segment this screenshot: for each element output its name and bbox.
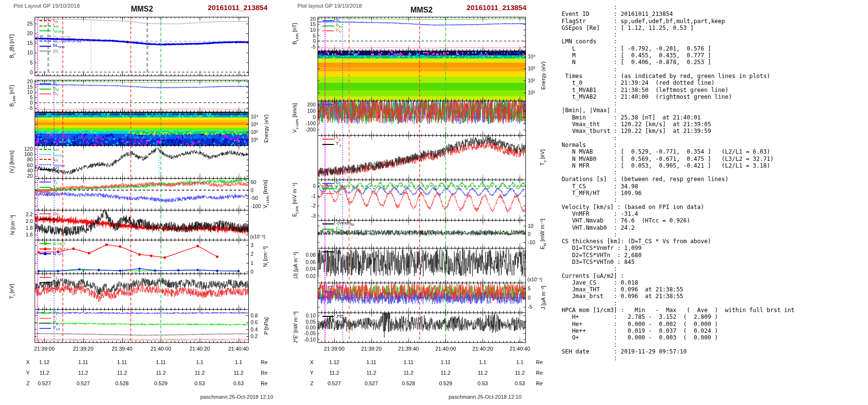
page: Plot Layout GP 19/10/2018 MMS2 20161011_…: [0, 0, 868, 405]
event-summary-text: : Event ID : 20161011_213854 FlagStr : s…: [558, 4, 794, 362]
